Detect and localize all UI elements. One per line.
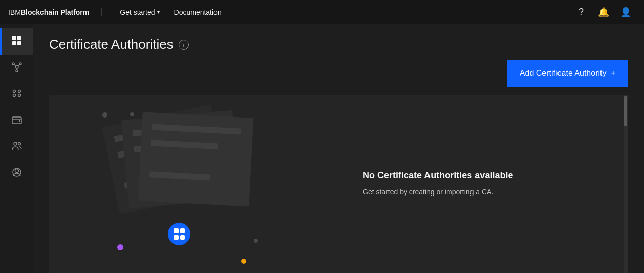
svg-rect-1	[17, 36, 21, 40]
sidebar-item-users[interactable]	[0, 134, 33, 160]
main-layout: Certificate Authorities i Add Certificat…	[0, 24, 644, 273]
grid-icon	[174, 228, 185, 240]
brand-name-bold: Blockchain Platform	[21, 8, 89, 16]
dot-orange	[241, 259, 246, 264]
svg-point-14	[18, 94, 20, 96]
dot-gray-2	[254, 239, 258, 243]
sidebar-item-dashboard[interactable]	[0, 28, 33, 55]
grid-cell-1	[174, 228, 179, 233]
svg-rect-2	[12, 41, 16, 45]
bell-icon: 🔔	[598, 7, 609, 18]
user-profile-icon-button[interactable]: 👤	[616, 2, 636, 22]
sidebar-item-wallet[interactable]	[0, 107, 33, 134]
scrollbar-thumb	[624, 96, 627, 126]
documentation-label: Documentation	[174, 8, 222, 16]
empty-state-description: Get started by creating or importing a C…	[363, 187, 608, 198]
svg-point-13	[13, 94, 15, 96]
wallet-icon	[11, 114, 22, 128]
nav-actions: ? 🔔 👤	[571, 2, 636, 22]
grid-cell-2	[180, 228, 185, 233]
content-header: Certificate Authorities i	[33, 24, 644, 60]
brand-name-normal: IBM	[8, 8, 21, 16]
nodes-icon	[11, 88, 22, 101]
add-certificate-authority-button[interactable]: Add Certificate Authority +	[507, 60, 628, 87]
sidebar	[0, 24, 33, 273]
dashboard-icon	[11, 35, 22, 49]
svg-point-11	[13, 90, 15, 92]
svg-line-8	[14, 64, 16, 66]
nav-links: Get started ▾ Documentation	[114, 0, 571, 24]
user-icon: 👤	[620, 7, 631, 18]
page-title: Certificate Authorities	[49, 36, 174, 52]
svg-point-7	[16, 70, 18, 72]
illustration	[49, 95, 342, 273]
content-area: Certificate Authorities i Add Certificat…	[33, 24, 644, 273]
brand-logo: IBM Blockchain Platform	[8, 8, 102, 16]
card-3	[138, 112, 254, 206]
info-icon: i	[183, 42, 184, 48]
grid-cell-4	[180, 235, 185, 240]
dot-1	[102, 112, 107, 118]
identity-icon	[11, 167, 22, 180]
notifications-icon-button[interactable]: 🔔	[593, 2, 614, 22]
sidebar-item-nodes[interactable]	[0, 81, 33, 107]
svg-point-6	[19, 63, 21, 65]
svg-rect-0	[12, 36, 16, 40]
network-icon	[11, 61, 22, 75]
svg-point-5	[12, 63, 14, 65]
empty-state-title: No Certificate Authorities available	[363, 170, 608, 181]
card-stack	[110, 110, 262, 221]
help-icon: ?	[579, 7, 584, 17]
svg-point-12	[18, 90, 20, 92]
svg-rect-3	[17, 41, 21, 45]
add-button-label: Add Certificate Authority	[520, 69, 607, 78]
grid-cell-3	[174, 235, 179, 240]
chevron-down-icon: ▾	[157, 9, 160, 15]
sidebar-item-identity[interactable]	[0, 160, 33, 186]
plus-icon: +	[610, 68, 616, 79]
empty-text: No Certificate Authorities available Get…	[342, 150, 628, 218]
scrollbar[interactable]	[624, 95, 628, 273]
svg-rect-16	[19, 120, 20, 122]
blockchain-icon	[168, 223, 190, 245]
svg-point-18	[18, 142, 20, 145]
get-started-link[interactable]: Get started ▾	[114, 0, 165, 24]
get-started-label: Get started	[120, 8, 155, 16]
sidebar-item-network[interactable]	[0, 55, 33, 81]
info-icon-button[interactable]: i	[179, 40, 189, 50]
documentation-link[interactable]: Documentation	[168, 0, 228, 24]
toolbar: Add Certificate Authority +	[33, 60, 644, 95]
users-icon	[11, 140, 22, 154]
top-navigation: IBM Blockchain Platform Get started ▾ Do…	[0, 0, 644, 24]
svg-line-9	[18, 64, 19, 66]
dot-purple	[117, 244, 123, 250]
help-icon-button[interactable]: ?	[571, 2, 591, 22]
empty-state-panel: No Certificate Authorities available Get…	[49, 95, 628, 273]
svg-point-19	[15, 169, 18, 172]
svg-point-17	[14, 142, 17, 145]
page-title-row: Certificate Authorities i	[49, 36, 189, 52]
